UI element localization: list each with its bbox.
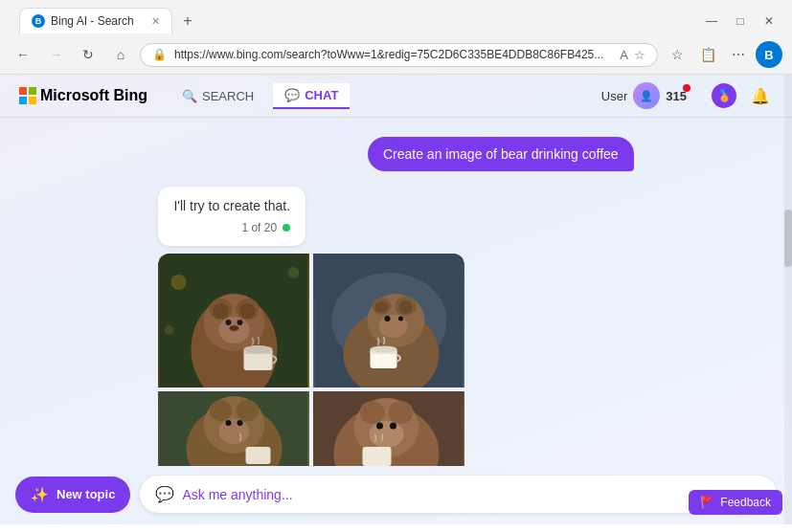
collections-button[interactable]: 📋 <box>694 41 721 68</box>
svg-point-34 <box>371 346 397 353</box>
read-aloud-icon[interactable]: A <box>620 48 628 62</box>
svg-rect-0 <box>19 87 27 95</box>
new-topic-label: New topic <box>57 487 115 501</box>
svg-point-28 <box>375 301 389 313</box>
search-nav-link[interactable]: 🔍 SEARCH <box>170 83 265 109</box>
window-controls: — □ ✕ <box>698 11 782 31</box>
user-message-text: Create an image of bear drinking coffee <box>383 146 619 162</box>
bot-message-bubble: I'll try to create that. 1 of 20 <box>158 187 305 246</box>
feedback-flag-icon: 🚩 <box>700 496 714 509</box>
bing-copilot-button[interactable]: B <box>756 41 782 68</box>
generated-image-4[interactable] <box>313 391 464 466</box>
address-bar-row: ← → ↻ ⌂ 🔒 https://www.bing.com/search?to… <box>0 37 792 74</box>
chat-bubble-icon: 💬 <box>155 485 174 503</box>
user-avatar[interactable]: 👤 <box>633 82 660 109</box>
svg-point-27 <box>399 300 413 314</box>
svg-point-12 <box>226 320 232 325</box>
chat-input[interactable] <box>182 487 761 502</box>
new-tab-button[interactable]: + <box>176 10 199 33</box>
nav-links: 🔍 SEARCH 💬 CHAT <box>170 83 350 109</box>
svg-point-29 <box>379 315 408 338</box>
bear-image-1-svg <box>158 254 309 388</box>
svg-point-40 <box>219 419 250 444</box>
chat-nav-icon: 💬 <box>284 88 300 102</box>
search-nav-label: SEARCH <box>202 89 254 103</box>
user-label: User <box>601 89 627 103</box>
generated-image-1[interactable] <box>158 254 309 388</box>
bing-logo-text: Microsoft Bing <box>40 87 147 104</box>
main-content: Microsoft Bing 🔍 SEARCH 💬 CHAT User 👤 31… <box>0 75 792 524</box>
counter-text: 1 of 20 <box>241 221 277 234</box>
svg-point-19 <box>288 267 300 278</box>
trophy-icon: 🏅 <box>717 89 732 102</box>
new-topic-button[interactable]: ✨ New topic <box>15 477 130 513</box>
feedback-button[interactable]: 🚩 Feedback <box>689 490 782 515</box>
bing-nav: Microsoft Bing 🔍 SEARCH 💬 CHAT User 👤 31… <box>0 75 792 118</box>
notification-button[interactable]: 🔔 <box>748 83 773 108</box>
generated-images-grid <box>158 254 464 466</box>
browser-chrome: B Bing AI - Search ✕ + — □ ✕ ← → ↻ ⌂ 🔒 h… <box>0 0 792 75</box>
back-button[interactable]: ← <box>10 41 36 68</box>
star-icon[interactable]: ☆ <box>634 48 645 62</box>
user-section: User 👤 315 <box>601 82 700 109</box>
sparkle-icon: ✨ <box>31 486 49 503</box>
generated-image-2[interactable] <box>313 254 464 388</box>
search-nav-icon: 🔍 <box>182 89 197 103</box>
svg-point-31 <box>398 317 403 321</box>
title-bar: B Bing AI - Search ✕ + — □ ✕ <box>0 0 792 37</box>
svg-point-38 <box>210 400 233 421</box>
browser-tab[interactable]: B Bing AI - Search ✕ <box>19 8 172 33</box>
input-area: ✨ New topic 💬 <box>0 466 792 524</box>
svg-point-20 <box>165 325 174 335</box>
svg-rect-2 <box>19 97 27 104</box>
svg-point-50 <box>376 423 383 430</box>
bear-image-4-svg <box>313 391 464 466</box>
svg-point-39 <box>237 400 260 421</box>
close-button[interactable]: ✕ <box>756 11 782 31</box>
user-message: Create an image of bear drinking coffee <box>368 137 634 171</box>
svg-point-17 <box>244 345 273 353</box>
svg-rect-1 <box>29 87 36 95</box>
nav-right: User 👤 315 🏅 🔔 <box>601 82 773 109</box>
favorites-button[interactable]: ☆ <box>664 41 690 68</box>
chat-nav-link[interactable]: 💬 CHAT <box>273 83 350 109</box>
maximize-button[interactable]: □ <box>727 11 754 31</box>
scrollbar[interactable] <box>784 75 792 524</box>
tab-title: Bing AI - Search <box>51 14 134 28</box>
browser-actions: ☆ 📋 ⋯ B <box>664 41 782 68</box>
chat-area: Create an image of bear drinking coffee … <box>0 118 792 466</box>
minimize-button[interactable]: — <box>698 11 725 31</box>
feedback-label: Feedback <box>720 496 771 509</box>
bot-response: I'll try to create that. 1 of 20 <box>158 187 633 466</box>
svg-point-42 <box>238 420 243 426</box>
svg-point-10 <box>240 303 256 319</box>
close-tab-button[interactable]: ✕ <box>151 15 160 28</box>
svg-point-30 <box>385 316 391 321</box>
home-button[interactable]: ⌂ <box>107 41 134 68</box>
svg-point-49 <box>370 421 404 448</box>
notification-dot <box>683 84 690 92</box>
url-text: https://www.bing.com/search?toWww=1&redi… <box>174 48 612 61</box>
browser-bing-button[interactable]: ⋯ <box>725 41 752 68</box>
svg-rect-3 <box>29 97 36 104</box>
forward-button[interactable]: → <box>42 41 69 68</box>
rewards-icon[interactable]: 🏅 <box>712 83 736 108</box>
microsoft-logo-icon <box>19 87 36 104</box>
scrollbar-thumb[interactable] <box>784 210 792 267</box>
generated-image-3[interactable] <box>158 391 309 466</box>
reload-button[interactable]: ↻ <box>75 41 102 68</box>
bot-message-text: I'll try to create that. <box>173 198 290 213</box>
svg-point-48 <box>389 401 414 424</box>
svg-point-41 <box>226 420 232 426</box>
lock-icon: 🔒 <box>152 48 167 61</box>
chat-input-box: 💬 <box>140 476 777 513</box>
svg-point-14 <box>230 325 239 331</box>
bear-image-2-svg <box>313 254 464 388</box>
svg-rect-52 <box>363 447 392 466</box>
bing-logo: Microsoft Bing <box>19 87 147 104</box>
svg-rect-43 <box>246 447 271 464</box>
tab-favicon: B <box>32 14 45 28</box>
status-dot <box>283 224 290 232</box>
address-bar[interactable]: 🔒 https://www.bing.com/search?toWww=1&re… <box>140 43 658 67</box>
svg-point-13 <box>238 320 243 325</box>
